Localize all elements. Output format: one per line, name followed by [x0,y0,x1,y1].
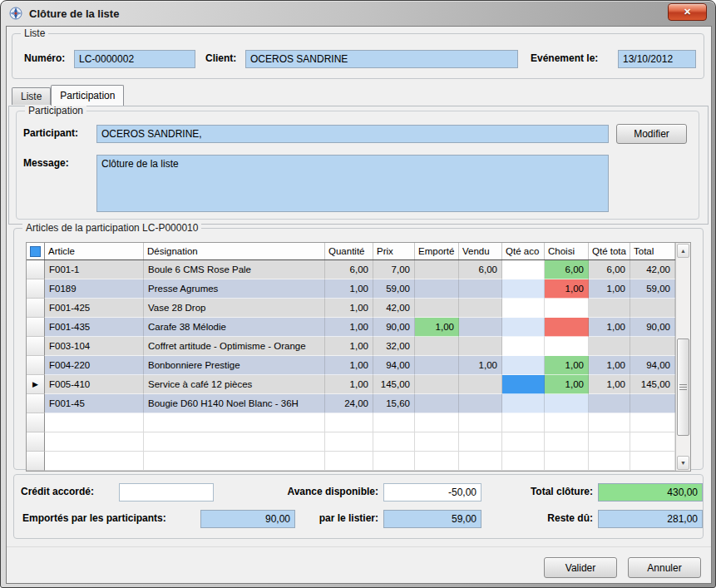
scrollbar-thumb[interactable] [677,338,689,436]
row-header[interactable] [27,413,45,432]
table-cell[interactable] [415,337,459,356]
table-cell[interactable]: Bougie D60 H140 Noel Blanc - 36H [144,394,325,413]
row-header[interactable] [27,299,45,318]
table-cell[interactable]: F003-104 [45,337,144,356]
table-cell[interactable] [502,432,545,452]
table-row[interactable]: F004-220Bonbonniere Prestige1,0094,001,0… [27,356,690,375]
table-cell[interactable]: 1,00 [589,279,630,299]
select-all-cell[interactable] [27,243,45,259]
table-cell[interactable] [545,413,589,432]
table-cell[interactable] [373,452,415,471]
current-row-indicator[interactable]: ▶ [27,375,45,394]
column-header[interactable]: Désignation [144,243,325,259]
table-row[interactable]: F0189Presse Agrumes1,0059,001,001,0059,0… [27,279,690,299]
table-cell[interactable] [415,394,459,413]
table-cell[interactable] [545,337,589,356]
table-cell[interactable] [415,356,459,375]
table-cell[interactable] [630,413,675,432]
credit-accorde-field[interactable] [119,483,214,502]
table-cell[interactable]: 1,00 [589,375,630,394]
table-cell[interactable]: Carafe 38 Mélodie [144,318,325,337]
emportes-participants-field[interactable]: 90,00 [200,510,295,528]
table-cell[interactable]: 32,00 [373,337,415,356]
table-cell[interactable] [545,452,589,471]
table-cell[interactable]: 94,00 [373,356,415,375]
table-row[interactable]: ▶F005-410Service à café 12 pièces1,00145… [27,375,690,394]
table-cell[interactable] [459,413,502,432]
table-cell[interactable] [502,318,545,337]
numero-field[interactable]: LC-0000002 [74,50,195,68]
table-cell[interactable] [45,432,144,452]
table-cell[interactable]: 94,00 [630,356,675,375]
table-cell[interactable]: 90,00 [373,318,415,337]
table-cell[interactable]: 42,00 [373,299,415,318]
table-cell[interactable]: 90,00 [630,318,675,337]
table-cell[interactable] [459,394,502,413]
table-cell[interactable] [415,260,459,279]
empty-table-row[interactable] [27,432,690,452]
table-cell[interactable] [459,452,502,471]
table-cell[interactable]: 1,00 [325,356,373,375]
table-cell[interactable]: 1,00 [415,318,459,337]
table-cell[interactable]: F001-1 [45,260,144,279]
table-cell[interactable]: 59,00 [630,279,675,299]
vertical-scrollbar[interactable]: ▲ ▼ [675,243,690,471]
evenement-field[interactable]: 13/10/2012 [618,50,696,68]
table-cell[interactable] [415,413,459,432]
table-cell[interactable]: Service à café 12 pièces [144,375,325,394]
table-cell[interactable] [415,279,459,299]
table-cell[interactable] [459,337,502,356]
client-field[interactable]: OCEROS SANDRINE [245,50,518,68]
table-cell[interactable] [630,299,675,318]
table-cell[interactable] [589,394,630,413]
table-cell[interactable] [325,432,373,452]
table-cell[interactable]: 145,00 [373,375,415,394]
table-cell[interactable] [45,413,144,432]
table-cell[interactable]: F004-220 [45,356,144,375]
table-cell[interactable] [589,337,630,356]
table-row[interactable]: F001-425Vase 28 Drop1,0042,00 [27,299,690,318]
table-cell[interactable]: 6,00 [325,260,373,279]
scroll-down-icon[interactable]: ▼ [677,456,689,470]
table-cell[interactable]: 6,00 [459,260,502,279]
table-cell[interactable] [45,452,144,471]
table-cell[interactable]: 1,00 [545,279,589,299]
close-button[interactable]: ✕ [668,3,707,21]
table-cell[interactable]: F005-410 [45,375,144,394]
column-header[interactable]: Quantité [325,243,373,259]
table-cell[interactable]: F001-45 [45,394,144,413]
table-cell[interactable] [459,279,502,299]
table-cell[interactable]: 1,00 [459,356,502,375]
avance-disponible-field[interactable]: -50,00 [383,483,481,502]
row-header[interactable] [27,356,45,375]
table-cell[interactable]: 1,00 [545,356,589,375]
table-row[interactable]: F001-45Bougie D60 H140 Noel Blanc - 36H2… [27,394,690,413]
annuler-button[interactable]: Annuler [628,557,701,578]
message-field[interactable]: Clôture de la liste [96,155,609,212]
table-cell[interactable]: 1,00 [589,356,630,375]
table-cell[interactable] [459,375,502,394]
table-cell[interactable] [502,452,545,471]
table-cell[interactable]: F0189 [45,279,144,299]
row-header[interactable] [27,279,45,299]
table-cell[interactable] [589,299,630,318]
valider-button[interactable]: Valider [544,557,617,578]
table-cell[interactable]: 145,00 [630,375,675,394]
table-cell[interactable] [502,337,545,356]
par-le-listier-field[interactable]: 59,00 [383,510,481,528]
total-cloture-field[interactable]: 430,00 [598,483,703,502]
table-cell[interactable]: 24,00 [325,394,373,413]
column-header[interactable]: Prix [373,243,415,259]
table-cell[interactable] [502,299,545,318]
empty-table-row[interactable] [27,452,690,471]
table-cell[interactable]: Vase 28 Drop [144,299,325,318]
table-cell[interactable] [415,375,459,394]
table-cell[interactable] [325,452,373,471]
modifier-button[interactable]: Modifier [616,124,687,144]
table-cell[interactable]: 1,00 [325,299,373,318]
table-cell[interactable] [630,394,675,413]
table-cell[interactable] [545,394,589,413]
table-cell[interactable] [502,413,545,432]
table-cell[interactable]: 7,00 [373,260,415,279]
table-cell[interactable]: F001-435 [45,318,144,337]
